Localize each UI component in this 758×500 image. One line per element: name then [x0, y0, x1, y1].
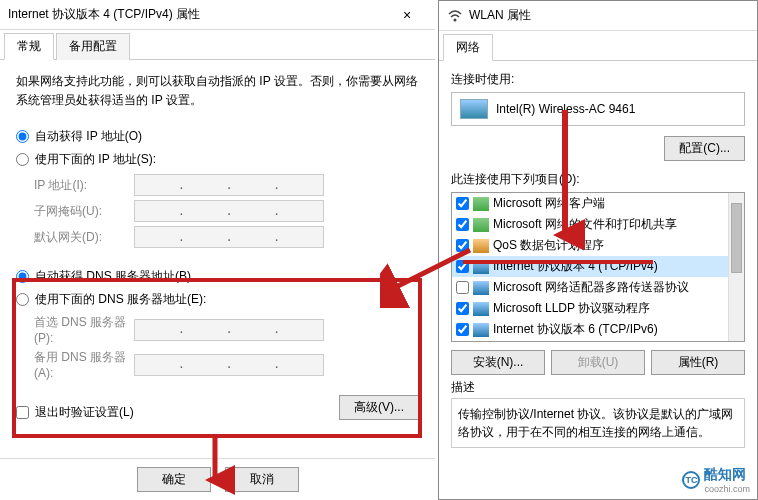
item-checkbox[interactable] [456, 239, 469, 252]
tabs-right: 网络 [439, 33, 757, 61]
item-label: Microsoft LLDP 协议驱动程序 [493, 300, 650, 317]
protocol-icon [473, 239, 489, 253]
item-label: Microsoft 网络客户端 [493, 195, 605, 212]
ok-button[interactable]: 确定 [137, 467, 211, 492]
validate-checkbox-row[interactable]: 退出时验证设置(L) [16, 404, 134, 421]
preferred-dns-input: ... [134, 319, 324, 341]
radio-manual-ip[interactable]: 使用下面的 IP 地址(S): [16, 151, 419, 168]
tab-network[interactable]: 网络 [443, 34, 493, 61]
tabs-left: 常规 备用配置 [0, 32, 435, 60]
radio-manual-dns-input[interactable] [16, 293, 29, 306]
description-label: 描述 [451, 379, 745, 396]
list-item[interactable]: Microsoft 网络的文件和打印机共享 [452, 214, 744, 235]
item-label: Internet 协议版本 4 (TCP/IPv4) [493, 258, 658, 275]
description-box: 传输控制协议/Internet 协议。该协议是默认的广域网络协议，用于在不同的相… [451, 398, 745, 448]
wifi-icon [447, 8, 463, 24]
list-item[interactable]: Internet 协议版本 4 (TCP/IPv4) [452, 256, 744, 277]
titlebar-right: WLAN 属性 [439, 1, 757, 31]
item-label: Internet 协议版本 6 (TCP/IPv6) [493, 321, 658, 338]
ipv4-properties-dialog: Internet 协议版本 4 (TCP/IPv4) 属性 × 常规 备用配置 … [0, 0, 435, 500]
items-list[interactable]: Microsoft 网络客户端Microsoft 网络的文件和打印机共享QoS … [451, 192, 745, 342]
radio-auto-dns[interactable]: 自动获得 DNS 服务器地址(B) [16, 268, 419, 285]
tab-general[interactable]: 常规 [4, 33, 54, 60]
svg-point-0 [454, 18, 457, 21]
item-checkbox[interactable] [456, 218, 469, 231]
adapter-box: Intel(R) Wireless-AC 9461 [451, 92, 745, 126]
list-item[interactable]: Microsoft 网络适配器多路传送器协议 [452, 277, 744, 298]
radio-auto-ip-input[interactable] [16, 130, 29, 143]
field-gateway: 默认网关(D):... [34, 226, 419, 248]
dialog-body: 如果网络支持此功能，则可以获取自动指派的 IP 设置。否则，你需要从网络系统管理… [0, 60, 435, 433]
connect-using-label: 连接时使用: [451, 71, 745, 88]
item-checkbox[interactable] [456, 281, 469, 294]
list-item[interactable]: Internet 协议版本 6 (TCP/IPv6) [452, 319, 744, 340]
item-label: QoS 数据包计划程序 [493, 237, 604, 254]
list-item[interactable]: Microsoft LLDP 协议驱动程序 [452, 298, 744, 319]
radio-manual-dns[interactable]: 使用下面的 DNS 服务器地址(E): [16, 291, 419, 308]
description-text: 如果网络支持此功能，则可以获取自动指派的 IP 设置。否则，你需要从网络系统管理… [16, 72, 419, 110]
install-button[interactable]: 安装(N)... [451, 350, 545, 375]
dialog-title-right: WLAN 属性 [469, 7, 749, 24]
item-checkbox[interactable] [456, 302, 469, 315]
protocol-icon [473, 260, 489, 274]
cancel-button[interactable]: 取消 [225, 467, 299, 492]
dialog-title: Internet 协议版本 4 (TCP/IPv4) 属性 [8, 6, 387, 23]
right-body: 连接时使用: Intel(R) Wireless-AC 9461 配置(C)..… [439, 61, 757, 458]
tab-alternate[interactable]: 备用配置 [56, 33, 130, 60]
subnet-input: ... [134, 200, 324, 222]
protocol-icon [473, 197, 489, 211]
protocol-icon [473, 281, 489, 295]
ip-address-input: ... [134, 174, 324, 196]
validate-checkbox[interactable] [16, 406, 29, 419]
uninstall-button: 卸载(U) [551, 350, 645, 375]
field-ip-address: IP 地址(I):... [34, 174, 419, 196]
items-label: 此连接使用下列项目(O): [451, 171, 745, 188]
dialog-buttons: 确定 取消 [0, 458, 435, 500]
item-checkbox[interactable] [456, 323, 469, 336]
field-subnet: 子网掩码(U):... [34, 200, 419, 222]
adapter-icon [460, 99, 488, 119]
item-checkbox[interactable] [456, 197, 469, 210]
watermark: TC 酷知网 coozhi.com [682, 466, 750, 494]
item-buttons: 安装(N)... 卸载(U) 属性(R) [451, 350, 745, 375]
radio-manual-ip-input[interactable] [16, 153, 29, 166]
radio-auto-ip[interactable]: 自动获得 IP 地址(O) [16, 128, 419, 145]
gateway-input: ... [134, 226, 324, 248]
protocol-icon [473, 218, 489, 232]
advanced-button[interactable]: 高级(V)... [339, 395, 419, 420]
alt-dns-input: ... [134, 354, 324, 376]
adapter-name: Intel(R) Wireless-AC 9461 [496, 102, 635, 116]
radio-auto-dns-input[interactable] [16, 270, 29, 283]
wlan-properties-dialog: WLAN 属性 网络 连接时使用: Intel(R) Wireless-AC 9… [438, 0, 758, 500]
watermark-icon: TC [682, 471, 700, 489]
field-preferred-dns: 首选 DNS 服务器(P):... [34, 314, 419, 345]
titlebar-left: Internet 协议版本 4 (TCP/IPv4) 属性 × [0, 0, 435, 30]
configure-button[interactable]: 配置(C)... [664, 136, 745, 161]
field-alt-dns: 备用 DNS 服务器(A):... [34, 349, 419, 380]
dns-group: 自动获得 DNS 服务器地址(B) 使用下面的 DNS 服务器地址(E): 首选… [16, 268, 419, 380]
list-item[interactable]: 链路层拓扑发现响应程序 [452, 340, 744, 341]
list-item[interactable]: Microsoft 网络客户端 [452, 193, 744, 214]
item-label: Microsoft 网络的文件和打印机共享 [493, 216, 677, 233]
ip-group: 自动获得 IP 地址(O) 使用下面的 IP 地址(S): IP 地址(I):.… [16, 128, 419, 248]
item-label: Microsoft 网络适配器多路传送器协议 [493, 279, 689, 296]
protocol-icon [473, 302, 489, 316]
protocol-icon [473, 323, 489, 337]
scrollbar[interactable] [728, 193, 744, 341]
item-checkbox[interactable] [456, 260, 469, 273]
properties-button[interactable]: 属性(R) [651, 350, 745, 375]
close-icon[interactable]: × [387, 7, 427, 23]
list-item[interactable]: QoS 数据包计划程序 [452, 235, 744, 256]
